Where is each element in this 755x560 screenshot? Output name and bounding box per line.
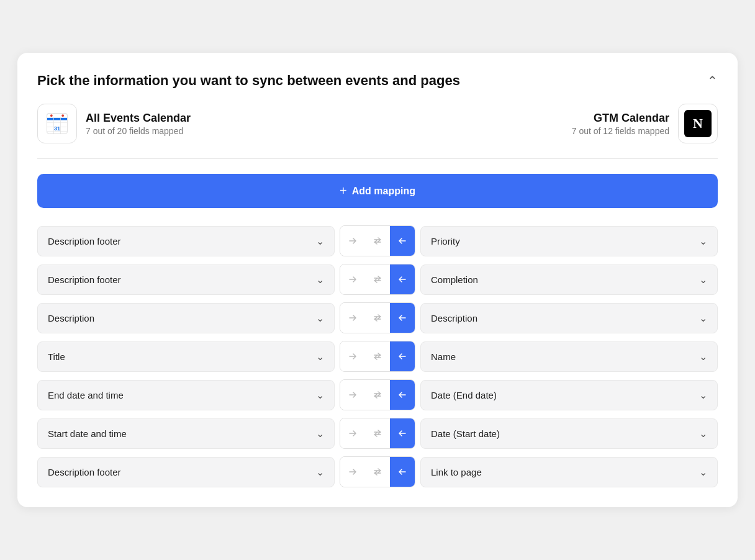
arrow-right-button[interactable]	[340, 264, 365, 294]
left-field-chevron-icon: ⌄	[316, 312, 324, 324]
arrow-bidirectional-button[interactable]	[365, 226, 390, 256]
right-field-select[interactable]: Name ⌄	[420, 341, 718, 372]
arrow-controls	[340, 264, 415, 295]
left-field-select[interactable]: Title ⌄	[37, 341, 335, 372]
arrow-bidirectional-button[interactable]	[365, 457, 390, 487]
arrow-bidirectional-icon	[373, 467, 382, 476]
arrow-left-icon	[398, 467, 407, 476]
arrow-bidirectional-button[interactable]	[365, 303, 390, 333]
arrow-bidirectional-icon	[373, 314, 382, 322]
left-field-label: Description footer	[48, 236, 121, 246]
notion-icon: N	[684, 110, 712, 137]
arrow-right-icon	[348, 314, 357, 322]
arrow-right-button[interactable]	[340, 418, 365, 448]
mapping-row: Description footer ⌄ Completion ⌄	[37, 264, 718, 295]
right-field-select[interactable]: Priority ⌄	[420, 226, 718, 256]
right-field-select[interactable]: Date (Start date) ⌄	[420, 418, 718, 449]
right-field-select[interactable]: Link to page ⌄	[420, 457, 718, 487]
arrow-left-button[interactable]	[390, 303, 415, 333]
arrow-right-icon	[348, 275, 357, 284]
left-source: 31 All Events Calendar 7 out of 20 field…	[37, 104, 191, 143]
arrow-right-button[interactable]	[340, 380, 365, 410]
arrow-right-button[interactable]	[340, 226, 365, 256]
arrow-left-button[interactable]	[390, 380, 415, 410]
right-field-label: Completion	[431, 274, 478, 285]
arrow-left-button[interactable]	[390, 226, 415, 256]
right-field-chevron-icon: ⌄	[699, 428, 707, 440]
right-source-name: GTM Calendar	[572, 112, 669, 125]
left-field-label: Description footer	[48, 467, 121, 477]
plus-icon: +	[340, 184, 347, 198]
right-field-chevron-icon: ⌄	[699, 274, 707, 286]
left-field-select[interactable]: End date and time ⌄	[37, 380, 335, 410]
arrow-right-icon	[348, 429, 357, 438]
arrow-right-icon	[348, 237, 357, 245]
right-field-select[interactable]: Date (End date) ⌄	[420, 380, 718, 410]
left-field-label: Description footer	[48, 274, 121, 285]
add-mapping-label: Add mapping	[352, 186, 415, 197]
arrow-bidirectional-icon	[373, 429, 382, 438]
arrow-bidirectional-button[interactable]	[365, 418, 390, 448]
right-source: GTM Calendar 7 out of 12 fields mapped N	[572, 104, 718, 143]
left-field-chevron-icon: ⌄	[316, 274, 324, 286]
left-field-select[interactable]: Start date and time ⌄	[37, 418, 335, 449]
mapping-row: End date and time ⌄ Date (End date)	[37, 379, 718, 410]
card-header: Pick the information you want to sync be…	[37, 73, 718, 89]
svg-point-11	[61, 114, 64, 117]
collapse-icon[interactable]: ⌃	[707, 73, 718, 88]
arrow-controls	[340, 341, 415, 372]
main-card: Pick the information you want to sync be…	[17, 53, 738, 507]
arrow-right-icon	[348, 467, 357, 476]
svg-rect-2	[47, 118, 68, 120]
arrow-left-icon	[398, 352, 407, 361]
right-field-select[interactable]: Description ⌄	[420, 303, 718, 333]
left-source-info: All Events Calendar 7 out of 20 fields m…	[86, 112, 191, 136]
mapping-row: Title ⌄ Name ⌄	[37, 341, 718, 372]
arrow-left-icon	[398, 429, 407, 438]
arrow-controls	[340, 456, 415, 487]
right-field-chevron-icon: ⌄	[699, 235, 707, 247]
svg-text:31: 31	[54, 125, 60, 132]
arrow-left-button[interactable]	[390, 264, 415, 294]
arrow-bidirectional-button[interactable]	[365, 341, 390, 371]
arrow-left-icon	[398, 391, 407, 399]
svg-point-10	[50, 114, 53, 117]
arrow-controls	[340, 418, 415, 449]
divider	[37, 158, 718, 159]
arrow-left-button[interactable]	[390, 418, 415, 448]
arrow-left-icon	[398, 275, 407, 284]
arrow-left-icon	[398, 314, 407, 322]
left-field-label: Start date and time	[48, 428, 127, 439]
arrow-bidirectional-button[interactable]	[365, 264, 390, 294]
arrow-bidirectional-icon	[373, 352, 382, 361]
arrow-bidirectional-button[interactable]	[365, 380, 390, 410]
left-field-select[interactable]: Description footer ⌄	[37, 264, 335, 295]
arrow-controls	[340, 225, 415, 256]
right-field-select[interactable]: Completion ⌄	[420, 264, 718, 295]
left-field-select[interactable]: Description footer ⌄	[37, 457, 335, 487]
left-field-chevron-icon: ⌄	[316, 235, 324, 247]
right-field-label: Priority	[431, 236, 460, 246]
arrow-right-icon	[348, 352, 357, 361]
mapping-list: Description footer ⌄ Priority ⌄	[37, 225, 718, 487]
arrow-right-button[interactable]	[340, 457, 365, 487]
right-field-chevron-icon: ⌄	[699, 466, 707, 478]
mapping-row: Description footer ⌄ Priority ⌄	[37, 225, 718, 256]
arrow-right-button[interactable]	[340, 303, 365, 333]
left-field-select[interactable]: Description ⌄	[37, 303, 335, 333]
left-field-chevron-icon: ⌄	[316, 428, 324, 440]
mapping-row: Description footer ⌄ Link to page	[37, 456, 718, 487]
right-field-chevron-icon: ⌄	[699, 351, 707, 363]
left-field-select[interactable]: Description footer ⌄	[37, 226, 335, 256]
arrow-left-button[interactable]	[390, 341, 415, 371]
arrow-left-button[interactable]	[390, 457, 415, 487]
right-field-label: Date (Start date)	[431, 428, 500, 439]
right-source-fields: 7 out of 12 fields mapped	[572, 126, 669, 136]
arrow-left-icon	[398, 237, 407, 245]
right-source-info: GTM Calendar 7 out of 12 fields mapped	[572, 112, 669, 136]
add-mapping-button[interactable]: + Add mapping	[37, 174, 718, 208]
arrow-right-button[interactable]	[340, 341, 365, 371]
arrow-controls	[340, 379, 415, 410]
right-field-chevron-icon: ⌄	[699, 389, 707, 401]
right-field-label: Link to page	[431, 467, 482, 477]
